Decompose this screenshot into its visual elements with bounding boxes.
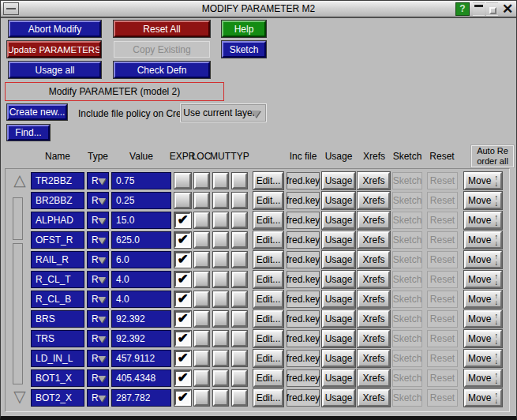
typ-checkbox[interactable] [232, 331, 247, 347]
param-name-field[interactable]: BOT1_X [31, 369, 84, 387]
param-name-field[interactable]: BOT2_X [31, 389, 84, 407]
param-type-dropdown[interactable]: R [87, 251, 109, 268]
xrefs-button[interactable]: Xrefs [358, 310, 390, 328]
help-icon[interactable]: ? [455, 2, 470, 16]
xrefs-button[interactable]: Xrefs [358, 271, 390, 288]
loc-checkbox[interactable] [194, 193, 209, 208]
typ-checkbox[interactable] [232, 311, 247, 327]
param-name-field[interactable]: ALPHAD [31, 212, 84, 229]
help-button[interactable]: Help [222, 21, 266, 37]
edit-button[interactable]: Edit... [253, 231, 283, 249]
find-button[interactable]: Find... [7, 125, 50, 141]
param-type-dropdown[interactable]: R [87, 330, 109, 347]
edit-button[interactable]: Edit... [253, 310, 283, 328]
edit-button[interactable]: Edit... [253, 330, 283, 347]
create-new-button[interactable]: Create new... [7, 104, 67, 120]
close-icon[interactable]: ✕ [500, 2, 515, 17]
param-name-field[interactable]: TR2BBZ [31, 172, 84, 189]
xrefs-button[interactable]: Xrefs [358, 172, 390, 189]
move-button[interactable]: Move ↑ ↓ [464, 251, 502, 268]
update-parameters-button[interactable]: Update PARAMETERS [7, 41, 101, 58]
typ-checkbox[interactable] [232, 232, 247, 248]
param-type-dropdown[interactable]: R [87, 369, 109, 387]
param-type-dropdown[interactable]: R [87, 350, 109, 367]
typ-checkbox[interactable] [232, 193, 247, 208]
move-button[interactable]: Move ↑ ↓ [464, 271, 502, 288]
inc-file-button[interactable]: fred.key [287, 350, 320, 367]
mut-checkbox[interactable] [213, 193, 228, 208]
usage-button[interactable]: Usage [322, 212, 355, 229]
param-name-field[interactable]: LD_IN_L [31, 350, 84, 367]
move-button[interactable]: Move ↑ ↓ [464, 172, 502, 189]
typ-checkbox[interactable] [232, 291, 247, 307]
param-value-field[interactable]: 4.0 [111, 271, 171, 288]
loc-checkbox[interactable] [194, 272, 209, 287]
usage-button[interactable]: Usage [322, 291, 355, 308]
expr-checkbox[interactable]: ✔ [174, 390, 191, 406]
expr-checkbox[interactable] [174, 193, 191, 208]
auto-reorder-button[interactable]: Auto Re order all [471, 145, 514, 167]
abort-modify-button[interactable]: Abort Modify [9, 21, 101, 37]
loc-checkbox[interactable] [194, 351, 209, 366]
mut-checkbox[interactable] [213, 252, 228, 268]
move-button[interactable]: Move ↑ ↓ [464, 212, 502, 229]
mut-checkbox[interactable] [213, 331, 228, 347]
param-type-dropdown[interactable]: R [87, 231, 109, 249]
inc-file-button[interactable]: fred.key [287, 192, 320, 209]
titlebar[interactable]: MODIFY PARAMETER M2 ? ✕ [1, 1, 516, 18]
typ-checkbox[interactable] [232, 390, 247, 406]
typ-checkbox[interactable] [232, 252, 247, 268]
param-value-field[interactable]: 15.0 [111, 212, 171, 229]
move-button[interactable]: Move ↑ ↓ [464, 330, 502, 347]
expr-checkbox[interactable]: ✔ [174, 232, 191, 248]
param-name-field[interactable]: TRS [31, 330, 84, 347]
expr-checkbox[interactable]: ✔ [174, 291, 191, 307]
mut-checkbox[interactable] [213, 232, 228, 248]
expr-checkbox[interactable] [174, 173, 191, 189]
usage-button[interactable]: Usage [322, 251, 355, 268]
reset-all-button[interactable]: Reset All [114, 21, 210, 37]
mut-checkbox[interactable] [213, 390, 228, 406]
loc-checkbox[interactable] [194, 370, 209, 386]
move-button[interactable]: Move ↑ ↓ [464, 291, 502, 308]
expr-checkbox[interactable]: ✔ [174, 252, 191, 268]
param-type-dropdown[interactable]: R [87, 172, 109, 189]
edit-button[interactable]: Edit... [253, 291, 283, 308]
typ-checkbox[interactable] [232, 173, 247, 189]
mut-checkbox[interactable] [213, 311, 228, 327]
param-name-field[interactable]: BRS [31, 310, 84, 328]
inc-file-button[interactable]: fred.key [287, 310, 320, 328]
usage-button[interactable]: Usage [322, 350, 355, 367]
usage-button[interactable]: Usage [322, 231, 355, 249]
param-type-dropdown[interactable]: R [87, 291, 109, 308]
xrefs-button[interactable]: Xrefs [358, 369, 390, 387]
loc-checkbox[interactable] [194, 232, 209, 248]
param-value-field[interactable]: 92.392 [111, 310, 171, 328]
param-type-dropdown[interactable]: R [87, 271, 109, 288]
loc-checkbox[interactable] [194, 252, 209, 268]
move-button[interactable]: Move ↑ ↓ [464, 231, 502, 249]
usage-all-button[interactable]: Usage all [9, 62, 101, 78]
usage-button[interactable]: Usage [322, 330, 355, 347]
param-value-field[interactable]: 625.0 [111, 231, 171, 249]
usage-button[interactable]: Usage [322, 369, 355, 387]
param-value-field[interactable]: 405.4348 [111, 369, 171, 387]
mut-checkbox[interactable] [213, 272, 228, 287]
restore-icon[interactable] [486, 2, 498, 16]
usage-button[interactable]: Usage [322, 192, 355, 209]
mut-checkbox[interactable] [213, 351, 228, 366]
typ-checkbox[interactable] [232, 272, 247, 287]
loc-checkbox[interactable] [194, 173, 209, 189]
move-button[interactable]: Move ↑ ↓ [464, 192, 502, 209]
edit-button[interactable]: Edit... [253, 251, 283, 268]
mut-checkbox[interactable] [213, 173, 228, 189]
edit-button[interactable]: Edit... [253, 172, 283, 189]
xrefs-button[interactable]: Xrefs [358, 330, 390, 347]
inc-file-button[interactable]: fred.key [287, 291, 320, 308]
edit-button[interactable]: Edit... [253, 350, 283, 367]
xrefs-button[interactable]: Xrefs [358, 291, 390, 308]
inc-file-button[interactable]: fred.key [287, 251, 320, 268]
usage-button[interactable]: Usage [322, 389, 355, 407]
move-button[interactable]: Move ↑ ↓ [464, 350, 502, 367]
move-button[interactable]: Move ↑ ↓ [464, 389, 502, 407]
